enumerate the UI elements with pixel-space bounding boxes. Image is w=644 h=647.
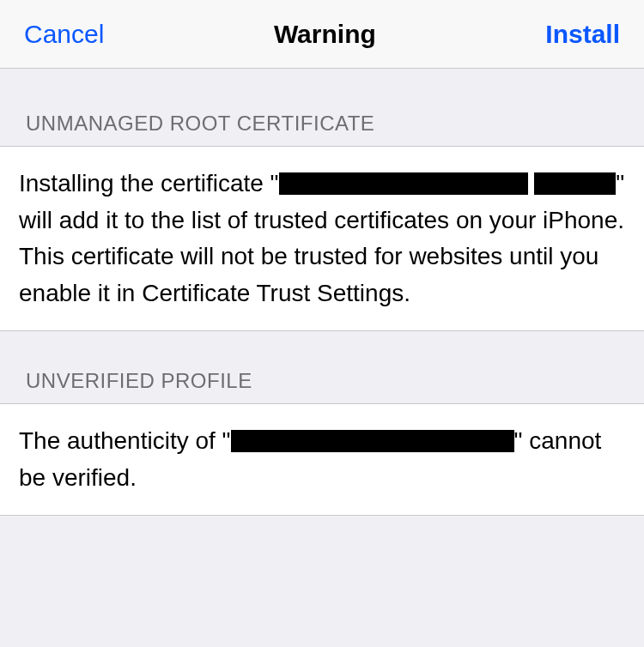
redacted-profile-name [231,430,514,452]
page-title: Warning [274,20,376,49]
navbar: Cancel Warning Install [0,0,644,69]
redacted-certificate-name-part1 [279,172,528,195]
install-button[interactable]: Install [545,20,620,49]
section-header-unmanaged-root: UNMANAGED ROOT CERTIFICATE [0,69,644,146]
section-header-unverified-profile: UNVERIFIED PROFILE [0,331,644,403]
unmanaged-root-text-pre: Installing the certificate " [19,170,279,197]
redacted-certificate-name-part2 [534,172,616,195]
unverified-profile-text-pre: The authenticity of " [19,427,231,454]
section-body-unverified-profile: The authenticity of "" cannot be verifie… [0,403,644,516]
section-body-unmanaged-root: Installing the certificate " " will add … [0,146,644,331]
cancel-button[interactable]: Cancel [24,20,104,49]
